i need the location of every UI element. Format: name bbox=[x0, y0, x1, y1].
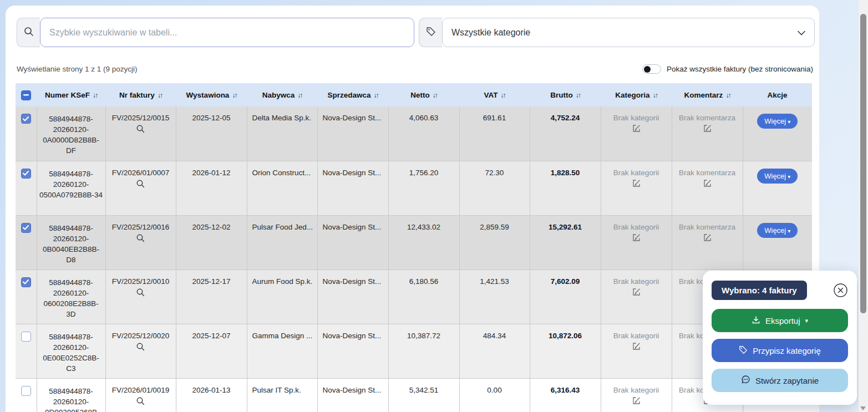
preview-invoice-icon[interactable] bbox=[106, 124, 176, 135]
more-caret-icon: ▾ bbox=[788, 174, 790, 180]
column-header-nabywca[interactable]: Nabywca↓↑ bbox=[247, 83, 317, 106]
column-header-brutto[interactable]: Brutto↓↑ bbox=[530, 83, 601, 106]
column-header-netto[interactable]: Netto↓↑ bbox=[388, 83, 459, 106]
seller-name: Nova-Design St... bbox=[317, 324, 388, 378]
edit-category-icon[interactable] bbox=[601, 124, 672, 134]
edit-comment-icon[interactable] bbox=[672, 233, 743, 243]
select-all-header bbox=[16, 83, 37, 106]
scrollbar-thumb[interactable] bbox=[860, 14, 866, 313]
create-query-label: Stwórz zapytanie bbox=[755, 376, 819, 385]
sort-icon[interactable]: ↓↑ bbox=[433, 91, 437, 99]
row-checkbox[interactable] bbox=[21, 169, 31, 179]
edit-category-icon[interactable] bbox=[601, 396, 672, 406]
sort-icon[interactable]: ↓↑ bbox=[158, 91, 162, 99]
invoice-number-cell: FV/2026/01/0007 bbox=[105, 161, 176, 215]
sort-icon[interactable]: ↓↑ bbox=[374, 91, 378, 99]
netto-value: 5,342.51 bbox=[388, 378, 459, 412]
sort-icon[interactable]: ↓↑ bbox=[725, 91, 730, 99]
create-query-button[interactable]: Stwórz zapytanie bbox=[712, 369, 848, 392]
column-label: Numer KSeF bbox=[45, 91, 90, 99]
column-header-kategoria[interactable]: Kategoria↓↑ bbox=[601, 83, 672, 106]
column-header-sprzedawca[interactable]: Sprzedawca↓↑ bbox=[317, 83, 388, 106]
seller-name: Nova-Design St... bbox=[317, 161, 388, 215]
search-input[interactable] bbox=[40, 18, 414, 47]
edit-comment-icon[interactable] bbox=[672, 124, 743, 134]
selection-panel: Wybrano: 4 faktury Eksportuj ▾ Przypisz … bbox=[703, 271, 857, 405]
scrollbar-down-arrow-icon[interactable] bbox=[860, 406, 866, 410]
seller-name: Nova-Design St... bbox=[317, 215, 388, 269]
row-checkbox[interactable] bbox=[21, 386, 31, 396]
issue-date: 2026-01-13 bbox=[176, 378, 247, 412]
column-label: VAT bbox=[484, 91, 498, 99]
row-checkbox[interactable] bbox=[21, 223, 31, 233]
vertical-scrollbar[interactable] bbox=[859, 0, 868, 412]
row-checkbox[interactable] bbox=[21, 332, 31, 342]
preview-invoice-icon[interactable] bbox=[106, 342, 176, 353]
row-select-cell bbox=[16, 161, 37, 215]
sort-icon[interactable]: ↓↑ bbox=[576, 91, 580, 99]
row-select-cell bbox=[16, 378, 37, 412]
netto-value: 10,387.72 bbox=[388, 324, 459, 378]
more-button[interactable]: Więcej▾ bbox=[757, 223, 798, 238]
column-header-vat[interactable]: VAT↓↑ bbox=[459, 83, 530, 106]
column-header-numer-ksef[interactable]: Numer KSeF↓↑ bbox=[37, 83, 105, 106]
selection-panel-header: Wybrano: 4 faktury bbox=[712, 281, 848, 300]
edit-comment-icon[interactable] bbox=[672, 179, 743, 189]
category-placeholder: Brak kategorii bbox=[601, 169, 672, 177]
column-header-nr-faktury[interactable]: Nr faktury↓↑ bbox=[105, 83, 176, 106]
issue-date: 2025-12-07 bbox=[176, 324, 247, 378]
category-placeholder: Brak kategorii bbox=[601, 332, 672, 340]
buyer-name: Gamma Design ... bbox=[247, 324, 317, 378]
preview-invoice-icon[interactable] bbox=[106, 179, 176, 190]
more-button[interactable]: Więcej▾ bbox=[757, 114, 798, 129]
assign-category-button[interactable]: Przypisz kategorię bbox=[712, 339, 848, 362]
preview-invoice-icon[interactable] bbox=[106, 396, 176, 408]
row-checkbox[interactable] bbox=[21, 114, 31, 124]
preview-invoice-icon[interactable] bbox=[106, 233, 176, 245]
buyer-name: Pulsar Food Jed... bbox=[247, 215, 317, 269]
category-placeholder: Brak kategorii bbox=[601, 114, 672, 122]
sort-icon[interactable]: ↓↑ bbox=[93, 91, 97, 99]
column-header-wystawiona[interactable]: Wystawiona↓↑ bbox=[176, 83, 247, 106]
meta-row: Wyświetlanie strony 1 z 1 (9 pozycji) Po… bbox=[17, 64, 813, 74]
show-all-toggle-wrap: Pokaż wszystkie faktury (bez stronicowan… bbox=[642, 64, 813, 74]
edit-category-icon[interactable] bbox=[601, 233, 672, 243]
more-button[interactable]: Więcej▾ bbox=[757, 169, 798, 184]
edit-category-icon[interactable] bbox=[601, 288, 672, 298]
edit-category-icon[interactable] bbox=[601, 179, 672, 189]
show-all-toggle-label: Pokaż wszystkie faktury (bez stronicowan… bbox=[667, 65, 813, 73]
issue-date: 2025-12-05 bbox=[176, 106, 247, 161]
row-checkbox[interactable] bbox=[21, 277, 31, 287]
netto-value: 12,433.02 bbox=[388, 215, 459, 269]
category-cell: Brak kategorii bbox=[601, 378, 672, 412]
select-all-checkbox[interactable] bbox=[21, 90, 31, 100]
category-cell: Brak kategorii bbox=[601, 215, 672, 269]
sort-icon[interactable]: ↓↑ bbox=[297, 91, 302, 99]
category-select[interactable]: Wszystkie kategorie bbox=[442, 18, 815, 47]
vat-value: 72.30 bbox=[459, 161, 530, 215]
sort-icon[interactable]: ↓↑ bbox=[232, 91, 236, 99]
column-label: Komentarz bbox=[684, 91, 723, 99]
sort-icon[interactable]: ↓↑ bbox=[653, 91, 657, 99]
close-panel-button[interactable] bbox=[833, 283, 848, 298]
seller-name: Nova-Design St... bbox=[317, 106, 388, 161]
sort-icon[interactable]: ↓↑ bbox=[501, 91, 505, 99]
export-button[interactable]: Eksportuj ▾ bbox=[712, 309, 848, 332]
vat-value: 1,421.53 bbox=[459, 269, 530, 324]
column-header-komentarz[interactable]: Komentarz↓↑ bbox=[672, 83, 743, 106]
preview-invoice-icon[interactable] bbox=[106, 288, 176, 299]
more-caret-icon: ▾ bbox=[788, 119, 790, 125]
actions-cell: Więcej▾ bbox=[743, 215, 812, 269]
ksef-number: 5884944878-20260120-0600208E2B8B-3D bbox=[37, 269, 105, 324]
actions-cell: Więcej▾ bbox=[743, 106, 812, 161]
search-addon bbox=[17, 18, 40, 47]
row-select-cell bbox=[16, 106, 37, 161]
app-screen: Wszystkie kategorie Wyświetlanie strony … bbox=[0, 0, 868, 412]
show-all-toggle[interactable] bbox=[642, 64, 661, 74]
comment-placeholder: Brak komentarza bbox=[672, 223, 743, 231]
buyer-name: Aurum Food Sp.k. bbox=[247, 269, 317, 324]
ksef-number: 5884944878-20260120-0B0040EB2B8B-D8 bbox=[37, 215, 105, 269]
brutto-value: 6,316.43 bbox=[530, 378, 601, 412]
row-select-cell bbox=[16, 324, 37, 378]
edit-category-icon[interactable] bbox=[601, 342, 672, 352]
